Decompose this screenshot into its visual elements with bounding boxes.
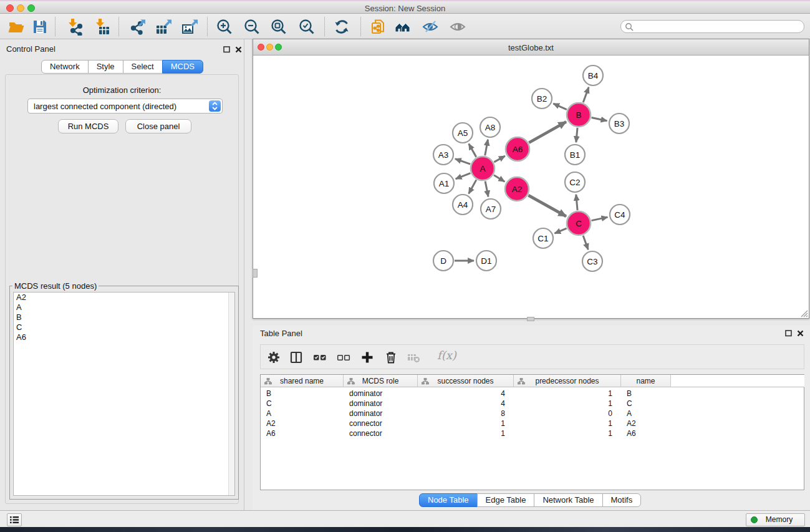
close-table-panel-icon[interactable] <box>797 330 804 337</box>
edge-A6-B[interactable] <box>529 122 566 142</box>
export-table-icon[interactable] <box>155 18 172 36</box>
deselect-all-checkboxes-icon[interactable] <box>337 351 350 364</box>
graph-node-A8[interactable]: A8 <box>480 117 500 137</box>
graph-node-C[interactable]: C <box>567 211 591 235</box>
close-panel-button[interactable]: Close panel <box>125 119 191 133</box>
edge-A-A4[interactable] <box>469 180 476 193</box>
mcds-result-item[interactable]: A <box>14 302 234 312</box>
edge-B-B4[interactable] <box>583 87 589 102</box>
tab-edge-table[interactable]: Edge Table <box>477 493 535 507</box>
graph-node-C1[interactable]: C1 <box>533 228 553 248</box>
tab-select[interactable]: Select <box>123 60 163 74</box>
tab-motifs[interactable]: Motifs <box>602 493 642 507</box>
zoom-fit-icon[interactable] <box>270 18 287 36</box>
first-neighbors-icon[interactable] <box>394 18 412 36</box>
save-session-icon[interactable] <box>31 18 49 36</box>
horizontal-scroll-thumb[interactable] <box>527 317 534 321</box>
graph-node-D[interactable]: D <box>433 251 453 271</box>
export-network-icon[interactable] <box>128 18 146 36</box>
graph-node-A4[interactable]: A4 <box>453 195 473 215</box>
float-table-panel-icon[interactable] <box>785 330 792 337</box>
edge-C-C4[interactable] <box>592 217 608 220</box>
float-panel-icon[interactable] <box>223 46 230 53</box>
column-header-mcds-role[interactable]: MCDS role <box>344 375 418 387</box>
mcds-result-item[interactable]: B <box>14 312 234 322</box>
graph-node-C4[interactable]: C4 <box>610 205 630 225</box>
delete-table-icon[interactable] <box>407 351 420 364</box>
column-header-shared-name[interactable]: shared name <box>261 375 344 387</box>
graph-node-A[interactable]: A <box>471 157 494 180</box>
add-column-icon[interactable] <box>360 351 374 364</box>
graph-node-B1[interactable]: B1 <box>565 145 585 165</box>
hide-selected-icon[interactable] <box>422 18 439 36</box>
search-input[interactable] <box>636 21 799 32</box>
edge-C-C3[interactable] <box>583 236 588 249</box>
edge-C-C1[interactable] <box>554 228 566 233</box>
graph-node-D1[interactable]: D1 <box>476 251 496 271</box>
graph-node-C2[interactable]: C2 <box>565 172 585 192</box>
edge-A-A2[interactable] <box>494 175 504 181</box>
import-network-icon[interactable] <box>66 18 84 36</box>
new-network-from-selection-icon[interactable] <box>369 18 387 36</box>
graph-node-C3[interactable]: C3 <box>582 251 602 271</box>
close-panel-icon[interactable] <box>235 46 242 53</box>
task-history-button[interactable] <box>7 513 22 526</box>
edge-B-B2[interactable] <box>553 104 566 109</box>
list-scrollbar[interactable] <box>228 293 234 495</box>
edge-C-C2[interactable] <box>576 195 577 210</box>
column-header-successor-nodes[interactable]: successor nodes <box>418 375 514 387</box>
edge-A-A6[interactable] <box>494 156 505 162</box>
refresh-icon[interactable] <box>333 18 350 36</box>
graph-node-B4[interactable]: B4 <box>583 65 603 85</box>
network-window-titlebar[interactable]: testGlobe.txt <box>253 39 809 56</box>
edge-B-B3[interactable] <box>592 117 607 120</box>
graph-node-B3[interactable]: B3 <box>609 114 629 133</box>
tab-node-table[interactable]: Node Table <box>419 493 478 507</box>
edge-A-A5[interactable] <box>469 143 476 157</box>
select-all-checkboxes-icon[interactable] <box>313 351 327 364</box>
edge-A-A3[interactable] <box>455 159 470 164</box>
tab-network[interactable]: Network <box>41 60 89 74</box>
graph-node-A3[interactable]: A3 <box>433 145 453 165</box>
mcds-result-item[interactable]: C <box>14 322 234 332</box>
edge-A2-C[interactable] <box>528 195 566 216</box>
run-mcds-button[interactable]: Run MCDS <box>58 119 118 133</box>
graph-node-A6[interactable]: A6 <box>506 137 529 161</box>
show-all-icon[interactable] <box>449 18 466 36</box>
delete-column-icon[interactable] <box>384 351 398 364</box>
column-header-name[interactable]: name <box>621 375 671 387</box>
graph-node-A7[interactable]: A7 <box>481 199 501 219</box>
settings-gear-icon[interactable] <box>267 351 281 364</box>
edge-A-A8[interactable] <box>485 140 488 156</box>
graph-node-B[interactable]: B <box>567 103 591 127</box>
zoom-out-icon[interactable] <box>243 18 261 36</box>
column-header-predecessor-nodes[interactable]: predecessor nodes <box>514 375 621 387</box>
table-row[interactable]: A6connector11A6 <box>261 428 805 438</box>
graph-node-A2[interactable]: A2 <box>505 177 529 201</box>
table-row[interactable]: Cdominator41C <box>261 399 805 409</box>
function-builder-icon[interactable]: f(x) <box>437 349 456 362</box>
open-file-icon[interactable] <box>7 18 25 36</box>
tab-style[interactable]: Style <box>88 60 123 74</box>
graph-node-B2[interactable]: B2 <box>532 89 552 109</box>
table-row[interactable]: A2connector11A2 <box>261 418 805 428</box>
memory-button[interactable]: Memory <box>746 513 805 526</box>
import-table-icon[interactable] <box>94 18 111 36</box>
mcds-result-item[interactable]: A6 <box>14 332 234 342</box>
optimization-select[interactable]: largest connected component (directed) <box>27 99 223 114</box>
column-visibility-icon[interactable] <box>289 351 303 364</box>
zoom-in-icon[interactable] <box>216 18 233 36</box>
resize-grip-icon[interactable] <box>799 308 808 317</box>
tab-network-table[interactable]: Network Table <box>534 493 602 507</box>
edge-A-A1[interactable] <box>456 173 471 179</box>
network-canvas[interactable]: B4B2BB3A5A8A6A3B1AA1C2A2A4A7C4CC1C3DD1 <box>253 56 809 318</box>
graph-node-A1[interactable]: A1 <box>434 173 454 193</box>
edge-B-B1[interactable] <box>576 128 577 142</box>
zoom-selected-icon[interactable] <box>298 18 316 36</box>
mcds-result-item[interactable]: A2 <box>14 293 234 302</box>
edge-A-A7[interactable] <box>485 181 488 197</box>
table-row[interactable]: Bdominator41B <box>261 389 805 399</box>
export-image-icon[interactable] <box>181 18 198 36</box>
table-row[interactable]: Adominator80A <box>261 409 805 418</box>
tab-mcds[interactable]: MCDS <box>162 60 203 74</box>
